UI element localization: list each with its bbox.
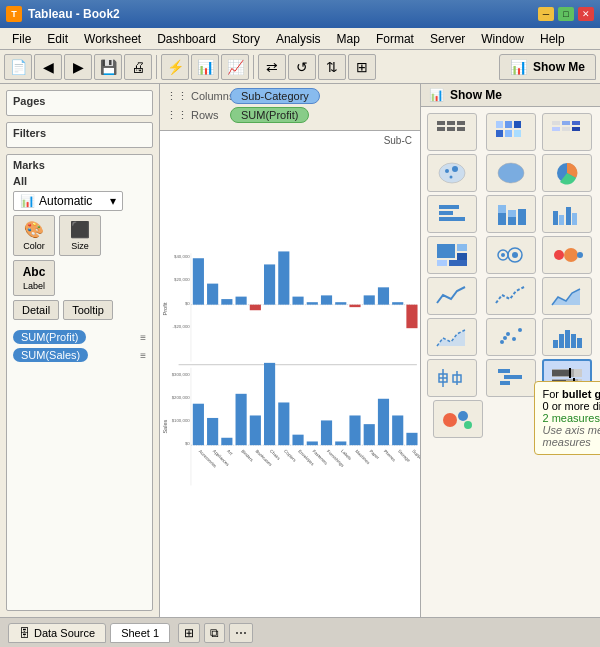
toolbar-swap[interactable]: ⇄: [258, 54, 286, 80]
sm-bullet[interactable]: For bullet graphs try 0 or more dimensio…: [542, 359, 592, 397]
window-title: Tableau - Book2: [28, 7, 120, 21]
bar-profit-7: [292, 297, 303, 305]
marks-color-btn[interactable]: 🎨 Color: [13, 215, 55, 256]
profit-pill[interactable]: SUM(Profit): [13, 330, 86, 344]
status-icons: ⊞ ⧉ ⋯: [178, 623, 253, 643]
sm-filled-map[interactable]: [486, 154, 536, 192]
svg-rect-54: [439, 211, 453, 215]
svg-rect-36: [505, 121, 512, 128]
bar-profit-10: [335, 302, 346, 304]
sm-line-cont[interactable]: [427, 277, 477, 315]
bar-sales-11: [349, 415, 360, 445]
menu-analysis[interactable]: Analysis: [268, 30, 329, 48]
marks-type-select[interactable]: 📊 Automatic ▾: [13, 191, 123, 211]
color-icon: 🎨: [24, 220, 44, 239]
svg-text:$40,000: $40,000: [174, 254, 190, 259]
main-area: Pages Filters Marks All 📊 Automatic ▾ 🎨 …: [0, 84, 600, 617]
sm-scatter[interactable]: [486, 318, 536, 356]
sm-pie[interactable]: [542, 154, 592, 192]
rows-pill[interactable]: SUM(Profit): [230, 107, 309, 123]
menu-worksheet[interactable]: Worksheet: [76, 30, 149, 48]
menu-edit[interactable]: Edit: [39, 30, 76, 48]
svg-rect-96: [500, 381, 510, 385]
svg-rect-103: [552, 380, 566, 386]
toolbar-save[interactable]: 💾: [94, 54, 122, 80]
svg-rect-33: [457, 121, 465, 125]
more-sheets-btn[interactable]: ⋯: [229, 623, 253, 643]
marks-title: Marks: [13, 159, 146, 171]
toolbar-print[interactable]: 🖨: [124, 54, 152, 80]
show-me-tab[interactable]: 📊 Show Me: [499, 54, 596, 80]
sm-side-circle[interactable]: [542, 236, 592, 274]
toolbar-fitview[interactable]: ⊞: [348, 54, 376, 80]
menu-help[interactable]: Help: [532, 30, 573, 48]
tooltip-hint: Use axis menu to swap measures: [543, 424, 601, 448]
toolbar-chart1[interactable]: 📊: [191, 54, 219, 80]
bar-sales-12: [364, 424, 375, 445]
sm-circle[interactable]: [486, 236, 536, 274]
bar-sales-0: [193, 404, 204, 445]
svg-rect-32: [447, 127, 455, 131]
sheet-1-tab[interactable]: Sheet 1: [110, 623, 170, 643]
toolbar-connect[interactable]: ⚡: [161, 54, 189, 80]
svg-rect-66: [457, 244, 467, 251]
tooltip-btn[interactable]: Tooltip: [63, 300, 113, 320]
sales-pill[interactable]: SUM(Sales): [13, 348, 88, 362]
sm-packed-bubble[interactable]: [433, 400, 483, 438]
sm-highlight-table[interactable]: [542, 113, 592, 151]
maximize-button[interactable]: □: [558, 7, 574, 21]
menu-story[interactable]: Story: [224, 30, 268, 48]
sm-area-cont[interactable]: [542, 277, 592, 315]
toolbar-forward[interactable]: ▶: [64, 54, 92, 80]
svg-rect-59: [508, 210, 516, 217]
sm-area-disc[interactable]: [427, 318, 477, 356]
minimize-button[interactable]: ─: [538, 7, 554, 21]
marks-label-btn[interactable]: Abc Label: [13, 260, 55, 296]
toolbar-new[interactable]: 📄: [4, 54, 32, 80]
svg-rect-95: [504, 375, 522, 379]
close-button[interactable]: ✕: [578, 7, 594, 21]
svg-rect-88: [577, 338, 582, 348]
show-me-label: Show Me: [533, 60, 585, 74]
marks-size-btn[interactable]: ⬛ Size: [59, 215, 101, 256]
svg-point-106: [458, 411, 468, 421]
sm-stacked-bar[interactable]: [486, 195, 536, 233]
toolbar-sort[interactable]: ⇅: [318, 54, 346, 80]
toolbar-refresh[interactable]: ↺: [288, 54, 316, 80]
show-me-header-label: Show Me: [450, 88, 502, 102]
sm-histogram[interactable]: [542, 318, 592, 356]
svg-point-83: [503, 336, 507, 340]
canvas-area: ⋮⋮ Columns Sub-Category ⋮⋮ Rows SUM(Prof…: [160, 84, 420, 617]
sm-horiz-bar[interactable]: [427, 195, 477, 233]
data-source-tab[interactable]: 🗄 Data Source: [8, 623, 106, 643]
menu-window[interactable]: Window: [473, 30, 532, 48]
bar-sales-3: [236, 394, 247, 445]
menu-map[interactable]: Map: [329, 30, 368, 48]
sm-gantt[interactable]: [486, 359, 536, 397]
columns-pill[interactable]: Sub-Category: [230, 88, 320, 104]
menu-dashboard[interactable]: Dashboard: [149, 30, 224, 48]
toolbar-back[interactable]: ◀: [34, 54, 62, 80]
new-sheet-btn[interactable]: ⊞: [178, 623, 200, 643]
sm-line-disc[interactable]: [486, 277, 536, 315]
sm-treemap[interactable]: [427, 236, 477, 274]
sm-side-bar[interactable]: [542, 195, 592, 233]
app-icon: T: [6, 6, 22, 22]
menu-file[interactable]: File: [4, 30, 39, 48]
svg-point-79: [500, 340, 504, 344]
svg-text:$0: $0: [185, 441, 190, 446]
menu-server[interactable]: Server: [422, 30, 473, 48]
bar-profit-2: [221, 299, 232, 305]
sm-symbol-map[interactable]: [427, 154, 477, 192]
toolbar-sep1: [156, 55, 157, 79]
detail-btn[interactable]: Detail: [13, 300, 59, 320]
title-bar: T Tableau - Book2 ─ □ ✕: [0, 0, 600, 28]
duplicate-sheet-btn[interactable]: ⧉: [204, 623, 225, 643]
toolbar-chart2[interactable]: 📈: [221, 54, 249, 80]
menu-format[interactable]: Format: [368, 30, 422, 48]
sm-heat-map[interactable]: [486, 113, 536, 151]
sm-box-plot[interactable]: [427, 359, 477, 397]
sm-text-table[interactable]: [427, 113, 477, 151]
rows-shelf: ⋮⋮ Rows SUM(Profit): [166, 107, 414, 123]
columns-label: ⋮⋮ Columns: [166, 90, 224, 103]
